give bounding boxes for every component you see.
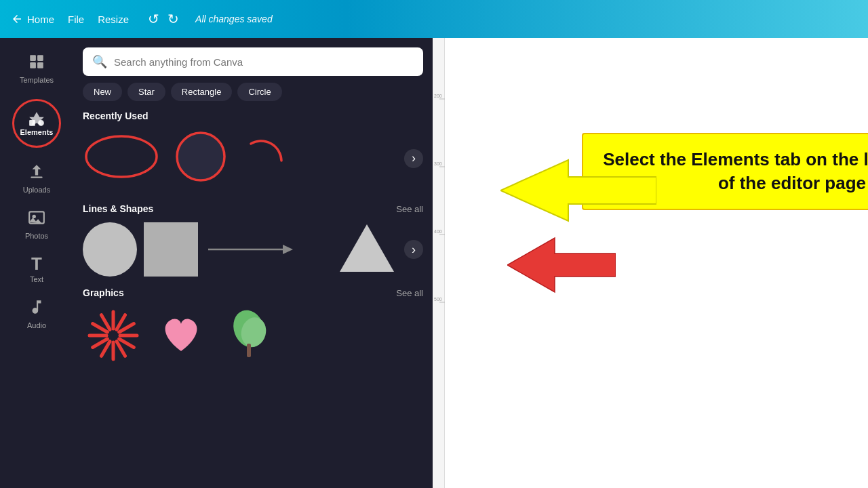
- back-home-button[interactable]: Home: [11, 13, 54, 25]
- recently-used-title: Recently Used: [83, 110, 148, 121]
- svg-marker-12: [283, 245, 293, 254]
- sidebar: Templates Elements Uploads: [0, 38, 73, 488]
- shapes-row: ›: [83, 221, 423, 278]
- topbar: Home File Resize ↺ ↻ All changes saved: [0, 0, 868, 38]
- sidebar-item-uploads[interactable]: Uploads: [6, 156, 67, 199]
- save-status: All changes saved: [195, 14, 273, 24]
- shape-red-ellipse[interactable]: [83, 131, 161, 185]
- sidebar-item-elements[interactable]: Elements: [6, 92, 67, 153]
- sidebar-item-templates[interactable]: Templates: [6, 46, 67, 89]
- search-bar[interactable]: 🔍: [83, 47, 423, 76]
- svg-rect-28: [247, 344, 251, 357]
- svg-marker-13: [340, 224, 394, 272]
- svg-text:200: 200: [434, 94, 442, 98]
- svg-rect-0: [30, 55, 36, 61]
- elements-circle: Elements: [12, 99, 61, 148]
- templates-icon: [28, 53, 45, 73]
- lines-shapes-section: Lines & Shapes See all: [73, 203, 433, 287]
- sidebar-item-label: Uploads: [23, 186, 50, 194]
- shape-gray-circle[interactable]: [83, 222, 137, 277]
- sidebar-item-label: Text: [30, 275, 43, 283]
- svg-rect-2: [30, 62, 36, 68]
- search-input[interactable]: [114, 56, 414, 68]
- graphic-nature[interactable]: [218, 305, 279, 366]
- sidebar-item-photos[interactable]: Photos: [6, 202, 67, 245]
- graphic-heart[interactable]: [151, 305, 212, 366]
- svg-marker-37: [500, 160, 656, 221]
- photos-icon: [28, 209, 45, 229]
- back-icon: [11, 13, 23, 25]
- lines-shapes-header: Lines & Shapes See all: [83, 203, 423, 214]
- svg-point-9: [86, 136, 157, 177]
- heart-svg: [157, 312, 205, 359]
- ruler-vertical: 200 300 400 500: [433, 38, 445, 488]
- starburst-svg: [86, 308, 140, 363]
- yellow-arrow: [500, 157, 656, 227]
- gray-circle: [83, 222, 137, 277]
- search-icon: 🔍: [92, 54, 107, 69]
- svg-text:500: 500: [434, 297, 442, 302]
- arc-svg: [241, 134, 288, 181]
- topbar-actions: ↺ ↻: [148, 12, 179, 26]
- recently-used-section: Recently Used: [73, 110, 433, 203]
- svg-text:400: 400: [434, 229, 442, 234]
- svg-rect-3: [37, 62, 43, 68]
- arrow-line-svg: [205, 239, 300, 260]
- file-label[interactable]: File: [68, 14, 84, 25]
- svg-point-10: [177, 133, 224, 180]
- shape-arrow-line[interactable]: [205, 239, 330, 260]
- redo-button[interactable]: ↻: [167, 12, 179, 26]
- triangle-svg: [336, 221, 397, 275]
- elements-panel: 🔍 New Star Rectangle Circle Recently Use…: [73, 38, 433, 488]
- undo-button[interactable]: ↺: [148, 12, 159, 26]
- sidebar-item-audio[interactable]: Audio: [6, 291, 67, 335]
- shape-gray-square[interactable]: [144, 222, 198, 277]
- graphics-section: Graphics See all: [73, 287, 433, 375]
- red-ellipse-svg: [83, 131, 161, 182]
- lines-shapes-see-all[interactable]: See all: [396, 204, 423, 214]
- svg-point-5: [38, 120, 44, 126]
- sidebar-item-label: Photos: [25, 232, 48, 240]
- resize-label[interactable]: Resize: [98, 14, 129, 25]
- chip-new[interactable]: New: [83, 83, 122, 101]
- svg-rect-1: [37, 55, 43, 61]
- sidebar-item-label: Templates: [20, 76, 54, 84]
- shape-arc[interactable]: [241, 134, 288, 184]
- gray-square: [144, 222, 198, 277]
- yellow-arrow-svg: [500, 157, 656, 224]
- sidebar-item-label: Audio: [27, 321, 46, 329]
- elements-icon: [28, 110, 45, 128]
- nature-svg: [225, 308, 273, 363]
- elements-icon-label: Elements: [20, 128, 54, 136]
- shape-dark-circle[interactable]: [170, 128, 231, 188]
- audio-icon: [28, 298, 45, 319]
- chip-star[interactable]: Star: [127, 83, 165, 101]
- canvas-area[interactable]: 200 300 400 500 Select the Elements tab …: [433, 38, 868, 488]
- graphics-see-all[interactable]: See all: [396, 288, 423, 298]
- chip-rectangle[interactable]: Rectangle: [171, 83, 233, 101]
- dark-circle-svg: [170, 128, 231, 186]
- uploads-icon: [28, 163, 45, 183]
- graphics-row: [83, 305, 423, 366]
- filter-chips: New Star Rectangle Circle: [73, 83, 433, 108]
- lines-shapes-title: Lines & Shapes: [83, 203, 153, 214]
- red-arrow-svg: [507, 235, 616, 296]
- main-layout: Templates Elements Uploads: [0, 38, 868, 488]
- graphics-header: Graphics See all: [83, 287, 423, 298]
- shape-triangle[interactable]: [336, 221, 397, 278]
- text-icon: T: [31, 255, 42, 272]
- chip-circle[interactable]: Circle: [237, 83, 281, 101]
- shapes-next-arrow[interactable]: ›: [404, 240, 423, 259]
- graphic-starburst[interactable]: [83, 305, 144, 366]
- svg-text:300: 300: [434, 161, 442, 166]
- svg-point-8: [33, 215, 36, 218]
- svg-marker-38: [507, 238, 616, 292]
- sidebar-item-text[interactable]: T Text: [6, 248, 67, 289]
- svg-rect-6: [31, 177, 42, 178]
- graphics-title: Graphics: [83, 287, 124, 298]
- home-label: Home: [27, 14, 54, 25]
- recently-shapes-row: ›: [83, 128, 423, 194]
- recently-used-header: Recently Used: [83, 110, 423, 121]
- recently-used-next-arrow[interactable]: ›: [404, 149, 423, 168]
- red-arrow: [507, 235, 616, 298]
